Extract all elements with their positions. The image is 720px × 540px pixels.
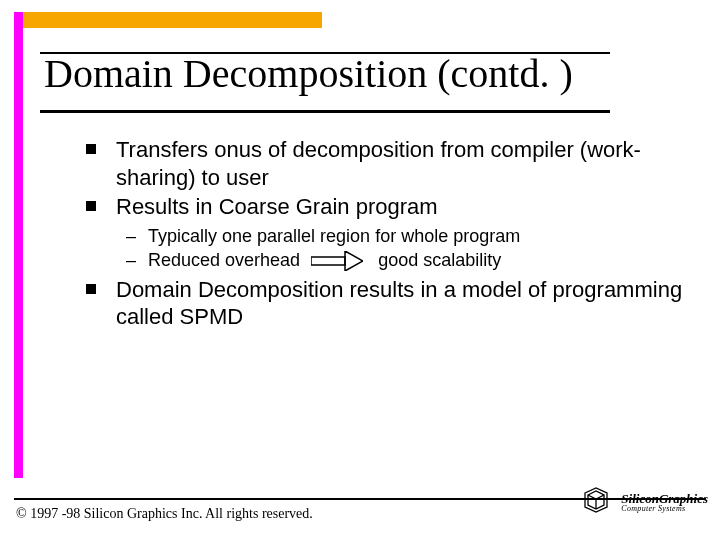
dash-icon: – [126, 249, 148, 272]
sub-bullet-2a-text: Reduced overhead [148, 250, 300, 270]
sgi-cube-icon [581, 485, 611, 519]
sub-bullet-1-text: Typically one parallel region for whole … [148, 226, 520, 246]
left-accent-stripe [14, 12, 23, 478]
sgi-logo: SiliconGraphics Computer Systems [581, 485, 708, 519]
sub-bullet-2b-text: good scalability [378, 250, 501, 270]
sub-bullet-1: –Typically one parallel region for whole… [126, 225, 684, 248]
title-rule-bottom [40, 110, 610, 113]
bullet-1: Transfers onus of decomposition from com… [84, 136, 684, 191]
dash-icon: – [126, 225, 148, 248]
bullet-3: Domain Decomposition results in a model … [84, 276, 684, 331]
arrow-right-icon [311, 251, 363, 271]
sub-bullet-2: –Reduced overhead good scalability [126, 249, 684, 272]
slide-body: Transfers onus of decomposition from com… [84, 136, 684, 333]
svg-rect-0 [311, 257, 345, 265]
bullet-2: Results in Coarse Grain program [84, 193, 684, 221]
svg-marker-1 [345, 251, 363, 271]
top-accent-bar [22, 12, 322, 28]
sub-bullets: –Typically one parallel region for whole… [126, 225, 684, 272]
logo-text-line2: Computer Systems [621, 505, 708, 513]
logo-text-line1: SiliconGraphics [621, 492, 708, 505]
copyright-text: © 1997 -98 Silicon Graphics Inc. All rig… [16, 506, 313, 522]
slide-title: Domain Decomposition (contd. ) [44, 54, 573, 94]
